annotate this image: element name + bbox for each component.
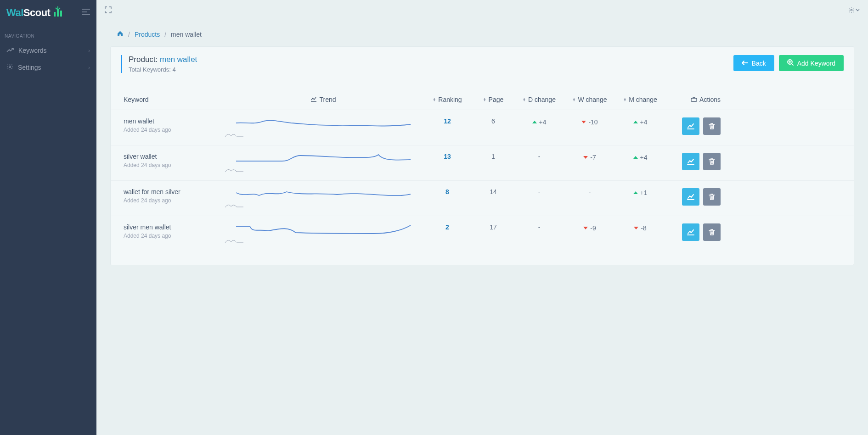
- brand-logo[interactable]: WalScout: [6, 6, 65, 20]
- back-button[interactable]: Back: [733, 55, 774, 71]
- topbar: [96, 0, 868, 20]
- table-row: silver wallet Added 24 days ago 13 1 - -…: [111, 145, 854, 181]
- keyword-added: Added 24 days ago: [124, 162, 225, 168]
- fullscreen-icon[interactable]: [105, 6, 112, 13]
- table-row: men wallet Added 24 days ago 12 6 +4 -10…: [111, 110, 854, 145]
- sparkline-mini: [225, 202, 244, 208]
- change-none: -: [514, 153, 564, 160]
- change-value: -9: [564, 224, 615, 232]
- svg-rect-2: [60, 11, 62, 17]
- breadcrumb-separator: /: [164, 31, 166, 38]
- product-card: Product: men wallet Total Keywords: 4: [110, 46, 854, 265]
- keyword-name[interactable]: wallet for men silver: [124, 188, 225, 195]
- change-value: -8: [615, 224, 665, 232]
- sparkline: [225, 188, 422, 201]
- delete-action-button[interactable]: [703, 117, 721, 135]
- svg-point-7: [851, 9, 852, 11]
- caret-up-icon: [532, 121, 537, 123]
- breadcrumb: / Products / men wallet: [110, 30, 854, 38]
- logo-icon: [52, 6, 65, 20]
- col-trend[interactable]: Trend: [225, 96, 422, 103]
- gear-icon: [6, 63, 13, 72]
- trend-cell: [225, 188, 422, 208]
- svg-line-4: [56, 8, 57, 9]
- keyword-name[interactable]: silver wallet: [124, 153, 225, 160]
- sparkline: [225, 223, 422, 236]
- trend-cell: [225, 117, 422, 138]
- trend-cell: [225, 223, 422, 244]
- settings-dropdown[interactable]: [848, 7, 860, 13]
- col-m-change[interactable]: ▲▼M change: [615, 96, 665, 103]
- change-value: +1: [615, 189, 665, 196]
- col-keyword[interactable]: Keyword: [124, 96, 225, 103]
- toolbox-icon: [691, 96, 697, 103]
- sparkline: [225, 117, 422, 130]
- total-value: 4: [172, 66, 175, 73]
- ranking-value[interactable]: 8: [422, 188, 473, 195]
- breadcrumb-home[interactable]: [117, 30, 124, 38]
- sidebar-item-label: Keywords: [18, 47, 46, 54]
- keyword-name[interactable]: men wallet: [124, 117, 225, 125]
- trend-cell: [225, 153, 422, 173]
- change-value: -7: [564, 154, 615, 161]
- change-none: -: [514, 223, 564, 231]
- chart-line-icon: [310, 96, 317, 103]
- sidebar-item-label: Settings: [18, 64, 41, 71]
- sparkline-mini: [225, 167, 244, 173]
- sort-icon: ▲▼: [573, 98, 576, 101]
- delete-action-button[interactable]: [703, 153, 721, 170]
- keyword-added: Added 24 days ago: [124, 127, 225, 133]
- page-value: 6: [473, 117, 514, 125]
- sort-icon: ▲▼: [483, 98, 486, 101]
- chart-action-button[interactable]: [682, 223, 699, 241]
- sort-icon: ▲▼: [623, 98, 626, 101]
- keyword-cell: men wallet Added 24 days ago: [124, 117, 225, 133]
- delete-action-button[interactable]: [703, 188, 721, 206]
- change-value: -10: [564, 118, 615, 126]
- col-actions: Actions: [665, 96, 721, 103]
- sort-icon: ▲▼: [433, 98, 436, 101]
- keyword-cell: silver wallet Added 24 days ago: [124, 153, 225, 168]
- add-keyword-button[interactable]: Add Keyword: [779, 55, 844, 71]
- caret-up-icon: [633, 156, 638, 159]
- col-page[interactable]: ▲▼Page: [473, 96, 514, 103]
- keyword-name[interactable]: silver men wallet: [124, 223, 225, 231]
- zoom-plus-icon: [787, 59, 794, 67]
- table-row: silver men wallet Added 24 days ago 2 17…: [111, 216, 854, 251]
- col-w-change[interactable]: ▲▼W change: [564, 96, 615, 103]
- ranking-value[interactable]: 2: [422, 223, 473, 231]
- sidebar-item-keywords[interactable]: Keywords ›: [0, 42, 96, 59]
- table-header: Keyword Trend ▲▼Ranking ▲▼Page ▲▼D chang…: [111, 87, 854, 110]
- sidebar-toggle-icon[interactable]: [82, 9, 90, 17]
- chart-action-button[interactable]: [682, 117, 699, 135]
- change-value: +4: [514, 118, 564, 126]
- col-d-change[interactable]: ▲▼D change: [514, 96, 564, 103]
- sparkline: [225, 153, 422, 166]
- caret-up-icon: [633, 121, 638, 123]
- product-name[interactable]: men wallet: [160, 55, 197, 64]
- chart-action-button[interactable]: [682, 153, 699, 170]
- breadcrumb-separator: /: [128, 31, 130, 38]
- arrow-left-icon: [742, 60, 748, 67]
- page-value: 14: [473, 188, 514, 195]
- sidebar: WalScout NAVIGATION: [0, 0, 96, 435]
- keyword-cell: silver men wallet Added 24 days ago: [124, 223, 225, 239]
- breadcrumb-current: men wallet: [171, 31, 202, 38]
- nav-heading: NAVIGATION: [0, 25, 96, 42]
- chart-action-button[interactable]: [682, 188, 699, 206]
- ranking-value[interactable]: 12: [422, 117, 473, 125]
- svg-rect-1: [57, 9, 59, 17]
- page-value: 17: [473, 223, 514, 231]
- page-value: 1: [473, 153, 514, 160]
- caret-down-icon: [583, 227, 588, 229]
- delete-action-button[interactable]: [703, 223, 721, 241]
- total-label: Total Keywords:: [129, 66, 171, 73]
- table-row: wallet for men silver Added 24 days ago …: [111, 181, 854, 216]
- caret-down-icon: [634, 227, 638, 229]
- col-ranking[interactable]: ▲▼Ranking: [422, 96, 473, 103]
- brand-part2: Scout: [23, 7, 51, 18]
- ranking-value[interactable]: 13: [422, 153, 473, 160]
- breadcrumb-products[interactable]: Products: [135, 31, 160, 38]
- sidebar-item-settings[interactable]: Settings ›: [0, 59, 96, 76]
- change-value: +4: [615, 118, 665, 126]
